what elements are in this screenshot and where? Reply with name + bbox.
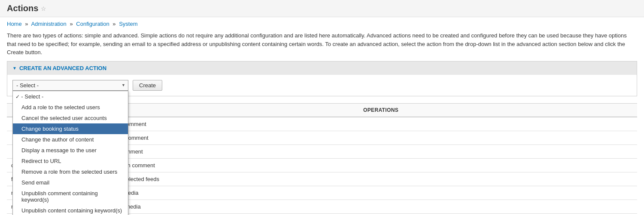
action-dropdown-menu[interactable]: - Select - Add a role to the selected us… (12, 91, 128, 215)
dropdown-option-display-message[interactable]: Display a message to the user (13, 145, 128, 156)
dropdown-option-add-role[interactable]: Add a role to the selected users (13, 102, 128, 113)
main-content: ▼ CREATE AN ADVANCED ACTION - Select - -… (0, 61, 644, 215)
breadcrumb-sep-2: » (70, 21, 73, 27)
cell-operations (359, 172, 637, 186)
cell-label: Unpublish comment (101, 158, 359, 172)
dropdown-option-unpublish-comment[interactable]: Unpublish comment containing keyword(s) (13, 188, 128, 205)
cell-operations (359, 144, 637, 158)
col-header-label: LABEL (101, 103, 359, 117)
cell-label: Save comment (101, 144, 359, 158)
action-dropdown-display[interactable]: - Select - (12, 80, 128, 91)
breadcrumb-home[interactable]: Home (7, 21, 22, 27)
dropdown-option-remove-role[interactable]: Remove a role from the selected users (13, 166, 128, 177)
cell-operations (359, 186, 637, 200)
page-description: There are two types of actions: simple a… (0, 30, 644, 61)
cell-operations (359, 117, 637, 131)
create-panel-header: ▼ CREATE AN ADVANCED ACTION (7, 61, 637, 75)
create-advanced-action-panel: ▼ CREATE AN ADVANCED ACTION - Select - -… (7, 61, 637, 96)
cell-label: Publish media (101, 200, 359, 213)
cell-operations (359, 158, 637, 172)
dropdown-option-select[interactable]: - Select - (13, 91, 128, 102)
dropdown-option-unpublish-content[interactable]: Unpublish content containing keyword(s) (13, 205, 128, 215)
breadcrumb-sep-3: » (112, 21, 115, 27)
breadcrumb-system[interactable]: System (119, 21, 137, 27)
star-icon[interactable]: ☆ (41, 5, 46, 12)
cell-operations (359, 131, 637, 144)
breadcrumb-configuration[interactable]: Configuration (76, 21, 109, 27)
cell-label: Delete selected feeds (101, 172, 359, 186)
page-title: Actions (7, 3, 38, 13)
dropdown-option-change-author[interactable]: Change the author of content (13, 134, 128, 145)
dropdown-option-send-email[interactable]: Send email (13, 177, 128, 188)
cell-operations (359, 200, 637, 213)
action-dropdown-wrapper[interactable]: - Select - - Select - Add a role to the … (12, 80, 128, 91)
breadcrumb-sep-1: » (25, 21, 28, 27)
col-header-operations: OPERATIONS (359, 103, 637, 117)
cell-label: Publish comment (101, 131, 359, 144)
create-panel-title: CREATE AN ADVANCED ACTION (19, 65, 106, 71)
create-panel-body: - Select - - Select - Add a role to the … (7, 75, 637, 96)
dropdown-option-redirect-url[interactable]: Redirect to URL (13, 156, 128, 166)
breadcrumb-administration[interactable]: Administration (31, 21, 66, 27)
cell-label: Delete comment (101, 117, 359, 131)
triangle-icon: ▼ (12, 66, 17, 71)
page-header: Actions ☆ (0, 0, 644, 17)
create-button[interactable]: Create (133, 80, 162, 91)
dropdown-option-cancel-accounts[interactable]: Cancel the selected user accounts (13, 113, 128, 123)
dropdown-selected-label: - Select - (16, 82, 39, 89)
breadcrumb: Home » Administration » Configuration » … (0, 17, 644, 30)
cell-label: Delete media (101, 186, 359, 200)
dropdown-option-booking-status[interactable]: Change booking status (13, 123, 128, 134)
